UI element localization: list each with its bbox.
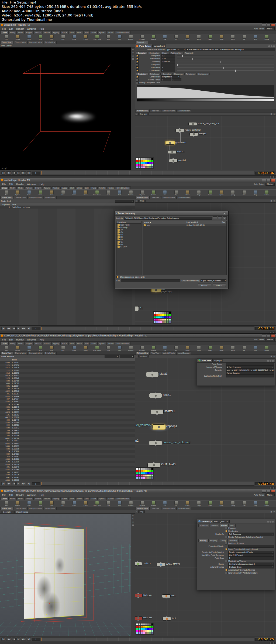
param-checkbox[interactable] bbox=[136, 57, 139, 60]
shelf-tool[interactable]: Box bbox=[1, 346, 12, 351]
network-node[interactable]: fire1 bbox=[162, 594, 176, 598]
palette-swatch[interactable] bbox=[160, 316, 162, 318]
network-node[interactable]: fire2_sim bbox=[135, 616, 152, 620]
palette-swatch[interactable] bbox=[149, 164, 151, 166]
param-slider[interactable] bbox=[177, 61, 274, 62]
palette-swatch[interactable] bbox=[158, 314, 160, 316]
filter-dropdown[interactable]: *.geo, *.bgeo, *.hclassic bbox=[201, 279, 226, 282]
shelf-tool[interactable]: Curve bbox=[80, 501, 91, 507]
shelf-tool[interactable]: Cloud bbox=[182, 190, 193, 196]
current-frame-field[interactable]: 1 bbox=[32, 172, 40, 175]
shelf-tab[interactable]: Create bbox=[1, 342, 9, 345]
palette-swatch[interactable] bbox=[147, 475, 149, 476]
palette-swatch[interactable] bbox=[143, 166, 145, 168]
palette-swatch[interactable] bbox=[141, 630, 143, 632]
spreadsheet-row[interactable]: 349 1.00449 bbox=[0, 419, 135, 421]
take-selector[interactable]: Main bbox=[265, 27, 275, 30]
palette-swatch[interactable] bbox=[141, 623, 143, 625]
shelf-tab[interactable]: Drive Simulation bbox=[115, 31, 130, 34]
spreadsheet-row[interactable]: 14 1.03340 bbox=[0, 403, 135, 406]
node-body[interactable] bbox=[168, 150, 177, 154]
palette-swatch[interactable] bbox=[136, 162, 138, 164]
shelf-tool[interactable]: File bbox=[159, 190, 170, 196]
step-back-icon[interactable]: ◀◀ bbox=[6, 482, 11, 485]
shelf-tool[interactable]: Circle bbox=[69, 190, 80, 196]
param-value[interactable]: Full Geometry bbox=[228, 533, 274, 536]
palette-swatch[interactable] bbox=[136, 470, 138, 472]
location-item[interactable]: E:/ bbox=[116, 236, 141, 238]
shelf-tool[interactable]: Platonic bbox=[125, 346, 136, 351]
palette-swatch[interactable] bbox=[147, 632, 149, 634]
palette-swatch[interactable] bbox=[145, 166, 147, 168]
spreadsheet-row[interactable]: 4419 1.09522 bbox=[0, 374, 135, 377]
shelf-tab[interactable]: Model bbox=[17, 31, 25, 34]
menu-item[interactable]: File bbox=[1, 183, 8, 186]
spreadsheet-row[interactable]: 3689 0.96033 bbox=[0, 445, 135, 448]
location-item[interactable]: H:/ bbox=[116, 243, 141, 246]
shelf-tool[interactable]: Box bbox=[1, 501, 12, 507]
shelf-tool[interactable]: Lattice bbox=[261, 346, 272, 351]
menu-item[interactable]: Help bbox=[38, 494, 46, 496]
palette-swatch[interactable] bbox=[147, 623, 149, 625]
path-home-icon[interactable]: ⌂ bbox=[136, 200, 137, 202]
color-palette[interactable] bbox=[136, 157, 154, 169]
status-icon[interactable] bbox=[272, 331, 275, 333]
shelf-tool[interactable]: Torus bbox=[35, 346, 46, 351]
menu-item[interactable]: Windows bbox=[25, 494, 38, 496]
palette-swatch[interactable] bbox=[141, 166, 143, 168]
node-body[interactable] bbox=[151, 409, 164, 414]
spreadsheet-row[interactable]: 4426 1.01871 bbox=[0, 411, 135, 414]
shelf-tool[interactable]: Circle bbox=[69, 501, 80, 507]
palette-swatch[interactable] bbox=[164, 312, 166, 314]
palette-swatch[interactable] bbox=[158, 316, 160, 318]
play-icon[interactable]: ▶ bbox=[16, 171, 20, 175]
shelf-tool[interactable]: Circle bbox=[69, 35, 80, 40]
network-node[interactable]: WALL_MATTE bbox=[157, 563, 180, 566]
shelf-tool[interactable]: Box bbox=[1, 35, 12, 40]
palette-swatch[interactable] bbox=[151, 468, 153, 470]
current-frame-field[interactable]: 1 bbox=[32, 638, 40, 641]
shelf-tab[interactable]: Wires bbox=[76, 186, 83, 189]
palette-swatch[interactable] bbox=[143, 164, 145, 166]
param-tab[interactable]: Advanced bbox=[183, 52, 194, 54]
network-breadcrumb[interactable]: obj bbox=[138, 510, 144, 513]
shelf-tab[interactable]: Fluids bbox=[90, 31, 97, 34]
shelf-tool[interactable]: Metaball bbox=[148, 346, 159, 351]
spreadsheet-row[interactable]: 4434 0.94803 bbox=[0, 453, 135, 455]
palette-swatch[interactable] bbox=[147, 477, 149, 479]
view-grid-icon[interactable]: ▦ bbox=[132, 524, 134, 526]
node-body[interactable] bbox=[146, 372, 159, 377]
menu-item[interactable]: File bbox=[1, 28, 8, 30]
spreadsheet-row[interactable]: 3691 0.91362 bbox=[0, 476, 135, 479]
shelf-tool[interactable]: Sphere bbox=[12, 35, 23, 40]
spreadsheet-row[interactable]: 223 0.97740 bbox=[0, 434, 135, 437]
pane-tab[interactable]: Asset Browser bbox=[177, 507, 191, 510]
palette-swatch[interactable] bbox=[151, 626, 153, 628]
shelf-tool[interactable]: Lattice bbox=[261, 35, 272, 40]
shelf-tool[interactable]: Tube bbox=[23, 346, 34, 351]
palette-swatch[interactable] bbox=[143, 472, 145, 474]
param-subtab[interactable]: Dissipation bbox=[136, 73, 148, 75]
shelf-tab[interactable]: Solid bbox=[83, 342, 90, 345]
param-slider[interactable] bbox=[177, 64, 274, 65]
menu-item[interactable]: Help bbox=[38, 183, 46, 186]
pane-tab[interactable]: Channel View bbox=[13, 196, 27, 199]
palette-swatch[interactable] bbox=[139, 158, 140, 160]
shelf-tool[interactable]: Torus bbox=[35, 501, 46, 507]
forward-end-icon[interactable]: ▶| bbox=[27, 482, 31, 485]
shelf-tab[interactable]: Grains bbox=[107, 186, 115, 189]
shelf-tab[interactable]: Rigging bbox=[51, 497, 60, 500]
spreadsheet-row[interactable]: 348 1.02356 bbox=[0, 408, 135, 411]
shelf-tool[interactable]: Line bbox=[57, 35, 68, 40]
shelf-tool[interactable]: Spring bbox=[227, 190, 238, 196]
palette-swatch[interactable] bbox=[143, 477, 145, 479]
palette-swatch[interactable] bbox=[139, 468, 140, 470]
play-reverse-icon[interactable]: ◀ bbox=[12, 171, 16, 175]
shelf-tool[interactable]: Grid bbox=[46, 501, 57, 507]
network-node[interactable]: gravity1 bbox=[169, 159, 186, 162]
palette-swatch[interactable] bbox=[139, 632, 140, 634]
palette-swatch[interactable] bbox=[164, 319, 166, 321]
shelf-tool[interactable]: Cloud bbox=[182, 501, 193, 507]
shelf-tool[interactable]: Sphere bbox=[12, 190, 23, 196]
step-forward-icon[interactable]: ▶▶ bbox=[21, 638, 26, 641]
